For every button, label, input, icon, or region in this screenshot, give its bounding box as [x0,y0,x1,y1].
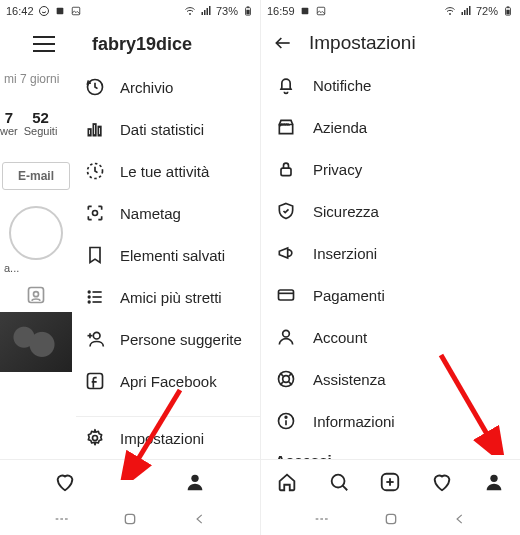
svg-line-56 [289,382,292,385]
menu-label: Nametag [120,205,181,222]
menu-archive[interactable]: Archivio [76,66,260,108]
section-accessi: Accessi [271,442,510,459]
settings-about[interactable]: Informazioni [271,400,510,442]
profile-strip: mi 7 giorni 7 wer 52 Seguiti E-mail a... [0,66,72,459]
whatsapp-icon [38,5,50,17]
settings-list: Notifiche Azienda Privacy Sicurezza Inse… [261,64,520,459]
svg-rect-5 [204,10,206,15]
facebook-icon [84,370,106,392]
settings-privacy[interactable]: Privacy [271,148,510,190]
status-time: 16:59 [267,5,295,17]
svg-rect-48 [279,290,294,300]
post-thumbnail[interactable] [0,312,72,372]
battery-icon [502,5,514,17]
drawer-menu: Archivio Dati statistici Le tue attività [72,66,260,459]
signal-icon [200,5,212,17]
svg-line-53 [280,373,283,376]
settings-ads[interactable]: Inserzioni [271,232,510,274]
email-button[interactable]: E-mail [2,162,70,190]
back-icon[interactable] [451,510,469,528]
shop-icon [275,116,297,138]
hamburger-menu-icon[interactable] [33,36,55,52]
menu-nametag[interactable]: Nametag [76,192,260,234]
home-icon[interactable] [382,510,400,528]
svg-point-19 [88,291,90,293]
settings-payments[interactable]: Pagamenti [271,274,510,316]
battery-percent: 72% [476,5,498,17]
svg-line-54 [289,373,292,376]
battery-percent: 73% [216,5,238,17]
menu-suggested[interactable]: Persone suggerite [76,318,260,360]
menu-activity[interactable]: Le tue attività [76,150,260,192]
grid-tab-icon[interactable] [26,285,46,305]
following-stat[interactable]: 52 Seguiti [24,110,58,138]
person-icon [275,326,297,348]
days-label: mi 7 giorni [0,66,72,92]
recents-icon[interactable] [312,510,330,528]
home-feed-icon[interactable] [276,471,298,493]
svg-rect-11 [29,288,44,303]
settings-header: Impostazioni [261,22,520,64]
menu-label: Impostazioni [120,430,204,447]
story-highlight-label: a... [0,260,72,276]
menu-label: Dati statistici [120,121,204,138]
svg-point-23 [88,301,90,303]
menu-open-facebook[interactable]: Apri Facebook [76,360,260,402]
menu-label: Amici più stretti [120,289,222,306]
recents-icon[interactable] [52,510,70,528]
svg-point-25 [93,332,100,339]
svg-point-52 [283,376,290,383]
heart-icon[interactable] [54,471,76,493]
add-post-icon[interactable] [379,471,401,493]
sim-icon [54,5,66,17]
menu-saved[interactable]: Elementi salvati [76,234,260,276]
left-screenshot: 16:42 73% [0,0,260,535]
settings-account[interactable]: Account [271,316,510,358]
back-icon[interactable] [191,510,209,528]
svg-rect-10 [246,10,249,15]
settings-help[interactable]: Assistenza [271,358,510,400]
svg-rect-16 [98,127,101,136]
stats-icon [84,118,106,140]
settings-notifications[interactable]: Notifiche [271,64,510,106]
profile-icon[interactable] [483,471,505,493]
svg-point-12 [34,292,39,297]
svg-rect-2 [72,7,80,15]
menu-stats[interactable]: Dati statistici [76,108,260,150]
add-person-icon [84,328,106,350]
search-icon[interactable] [328,471,350,493]
svg-rect-47 [281,168,291,176]
settings-business[interactable]: Azienda [271,106,510,148]
svg-point-65 [490,474,497,481]
svg-rect-4 [201,12,203,15]
info-icon [275,410,297,432]
page-title: Impostazioni [309,32,416,54]
bookmark-icon [84,244,106,266]
menu-close-friends[interactable]: Amici più stretti [76,276,260,318]
svg-rect-34 [125,514,134,523]
back-arrow-icon[interactable] [273,33,293,53]
story-highlight-ring[interactable] [9,206,63,260]
profile-icon[interactable] [184,471,206,493]
svg-rect-6 [206,8,208,15]
status-bar: 16:59 72% [261,0,520,22]
image-icon [315,5,327,17]
settings-label: Pagamenti [313,287,385,304]
activity-icon [84,160,106,182]
svg-point-18 [93,211,98,216]
svg-rect-37 [317,7,325,15]
svg-rect-41 [466,8,468,15]
svg-point-50 [283,330,290,337]
home-icon[interactable] [121,510,139,528]
menu-settings[interactable]: Impostazioni [76,416,260,459]
heart-icon[interactable] [431,471,453,493]
settings-label: Privacy [313,161,362,178]
followers-stat[interactable]: 7 wer [0,110,18,138]
settings-security[interactable]: Sicurezza [271,190,510,232]
username-label: fabry19dice [92,34,192,55]
svg-rect-9 [247,6,250,7]
svg-rect-39 [461,12,463,15]
battery-icon [242,5,254,17]
settings-label: Azienda [313,119,367,136]
svg-rect-42 [469,6,471,15]
